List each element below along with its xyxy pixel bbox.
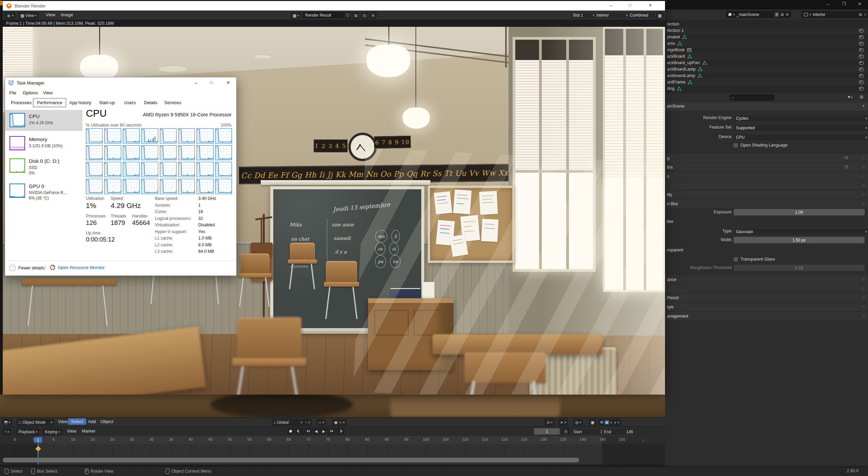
start-frame-field[interactable]: Start1 xyxy=(571,428,605,435)
image-name-field[interactable]: Render Result xyxy=(303,12,348,18)
menu-select[interactable]: Select xyxy=(68,418,86,425)
jump-to-start-button[interactable]: ⏴▏ xyxy=(295,428,304,435)
image-pin-dropdown[interactable]: ▦ xyxy=(656,12,664,19)
maximize-icon[interactable]: □ xyxy=(210,80,213,85)
timeline-scrollbar[interactable] xyxy=(3,458,579,462)
close-icon[interactable]: ✕ xyxy=(648,3,652,8)
viewport-strip[interactable] xyxy=(0,395,665,417)
drag-handle-icon[interactable]: ⠿ xyxy=(863,193,865,196)
editor-type-button[interactable]: ⬒▾ xyxy=(2,419,12,426)
current-frame-field[interactable]: 1 xyxy=(534,428,560,435)
sidebar-item-disk[interactable]: Disk 0 (C: D:) SSD 0% xyxy=(5,155,82,179)
filter-width-slider[interactable]: 1.50 px xyxy=(734,237,865,243)
tab-processes[interactable]: Processes xyxy=(7,98,35,107)
minimize-icon[interactable]: – xyxy=(610,3,612,8)
collapse-arrow-icon[interactable]: ‹ xyxy=(643,438,644,443)
drag-handle-icon[interactable]: ⠿ xyxy=(863,287,865,290)
open-image-button[interactable]: 🗀 xyxy=(361,12,369,19)
scene-selector[interactable]: ▾ _mainScene 4 ⧉ ✕ xyxy=(726,11,791,18)
sidebar-item-gpu[interactable]: GPU 0 NVIDIA GeForce R... 6% (35 °C) xyxy=(5,180,82,204)
drag-handle-icon[interactable]: ⠿ xyxy=(863,315,865,318)
filter-funnel-icon[interactable]: ▼▾ xyxy=(847,95,852,99)
eye-icon[interactable] xyxy=(859,61,864,65)
tab-app-history[interactable]: App history xyxy=(66,98,95,107)
maximize-icon[interactable]: ❐ xyxy=(842,1,846,6)
sidebar-item-cpu[interactable]: CPU 1% 4.29 GHz xyxy=(5,110,82,131)
section-color-management[interactable]: anagement⠿ xyxy=(665,311,868,320)
eye-icon[interactable] xyxy=(859,29,864,33)
menu-view[interactable]: View xyxy=(64,427,79,435)
menu-add[interactable]: Add xyxy=(85,418,99,425)
drag-handle-icon[interactable]: ⠿ xyxy=(863,166,865,169)
gizmo-dropdown[interactable]: ➤▾ xyxy=(558,419,568,426)
wireframe-shading-icon[interactable]: ⊕ xyxy=(600,420,603,424)
layer-select[interactable]: interior▾ xyxy=(594,12,630,19)
timeline[interactable]: -505101520253035404550556065707580859095… xyxy=(0,436,665,464)
material-shading-icon[interactable]: ◐ xyxy=(610,420,613,424)
scene-users-badge[interactable]: 4 xyxy=(774,12,779,17)
sidebar-item-memory[interactable]: Memory 3.1/31.9 GB (10%) xyxy=(5,133,82,154)
eye-icon[interactable] xyxy=(859,48,864,52)
new-image-button[interactable]: ⧉ xyxy=(352,12,359,19)
section-sampling[interactable]: g⁞☰⠿ xyxy=(665,153,868,162)
display-options-icon[interactable]: ⊞ xyxy=(860,95,863,99)
eye-icon[interactable] xyxy=(859,35,864,39)
eye-icon[interactable] xyxy=(859,87,864,91)
copy-icon[interactable]: ⧉ xyxy=(859,12,862,17)
solid-shading-icon[interactable]: ● xyxy=(605,420,609,424)
menu-object[interactable]: Object xyxy=(97,418,116,425)
playback-menu[interactable]: Playback▾ xyxy=(16,428,39,435)
slot-select[interactable]: Slot 1▾ xyxy=(570,12,597,19)
menu-file[interactable]: File xyxy=(9,90,16,95)
record-button[interactable] xyxy=(287,428,294,435)
minimize-icon[interactable]: – xyxy=(827,1,829,7)
eye-icon[interactable] xyxy=(859,74,864,78)
overlays-dropdown[interactable]: ◍▾ xyxy=(573,419,583,426)
viewlayer-selector[interactable]: ▾ interior ⧉ ✕ xyxy=(801,11,868,18)
pivot-select[interactable]: ◌▾ xyxy=(303,419,312,426)
copy-icon[interactable]: ⧉ xyxy=(781,12,784,17)
transparent-glass-checkbox[interactable] xyxy=(734,257,738,262)
fake-user-button[interactable]: ⛉ xyxy=(344,12,351,19)
menu-marker[interactable]: Marker xyxy=(79,427,98,435)
editor-type-button[interactable]: 🗈▾ xyxy=(5,12,16,19)
tm-titlebar[interactable]: Task Manager – □ ✕ xyxy=(5,77,236,89)
section-bake[interactable]: ⠿ xyxy=(665,284,868,293)
eye-icon[interactable] xyxy=(859,80,864,84)
timeline-ruler[interactable]: -505101520253035404550556065707580859095… xyxy=(0,436,665,444)
close-icon[interactable]: ✕ xyxy=(226,80,230,85)
open-resource-monitor-link[interactable]: Open Resource Monitor xyxy=(50,265,105,270)
unlink-image-button[interactable]: ✕ xyxy=(369,12,377,19)
shading-mode-group[interactable]: ⊕ ● ◐ ◑ ▾ xyxy=(598,419,621,426)
minimize-icon[interactable]: – xyxy=(195,80,197,85)
feature-set-select[interactable]: Supported▾ xyxy=(734,124,868,132)
pin-icon[interactable]: ⌖ xyxy=(862,103,865,108)
editor-type-button[interactable]: ◔▾ xyxy=(2,428,11,435)
section-volumes[interactable]: s⠿ xyxy=(665,172,868,180)
visibility-dropdown[interactable]: ⊙▾ xyxy=(544,419,555,426)
osl-checkbox[interactable] xyxy=(734,143,738,148)
section-grease-pencil[interactable]: Pencil⠿ xyxy=(665,293,868,302)
drag-handle-icon[interactable]: ⠿ xyxy=(863,305,865,309)
section-freestyle[interactable]: tyle⠿ xyxy=(665,302,868,311)
section-simplify[interactable]: lify⠿ xyxy=(665,190,868,199)
render-engine-select[interactable]: Cycles▾ xyxy=(734,115,868,122)
end-frame-field[interactable]: End145 xyxy=(602,428,635,435)
snap-toggle[interactable]: ∩▾ xyxy=(316,419,326,426)
section-motion-blur[interactable]: n Blur⠿ xyxy=(665,199,868,208)
keying-menu[interactable]: Keying▾ xyxy=(43,428,62,435)
drag-handle-icon[interactable]: ⠿ xyxy=(863,296,865,300)
menu-image[interactable]: Image xyxy=(58,11,76,19)
mode-select[interactable]: ▢Object Mode▾ xyxy=(16,419,54,426)
pass-select[interactable]: Combined▾ xyxy=(627,12,659,19)
image-datablock-dropdown[interactable]: ▦▾ xyxy=(291,12,301,19)
list-icon[interactable]: ⁞☰ xyxy=(844,156,848,160)
prev-keyframe-button[interactable]: ⏴⏴ xyxy=(304,428,312,435)
tab-users[interactable]: Users xyxy=(121,98,140,107)
close-icon[interactable]: ✕ xyxy=(858,1,862,6)
maximize-icon[interactable]: □ xyxy=(629,3,631,7)
menu-view[interactable]: View xyxy=(43,11,58,19)
eye-icon[interactable] xyxy=(859,55,864,58)
orientation-select[interactable]: ⟂Global▾ xyxy=(272,419,304,426)
filter-type-select[interactable]: Gaussian▾ xyxy=(734,228,868,235)
